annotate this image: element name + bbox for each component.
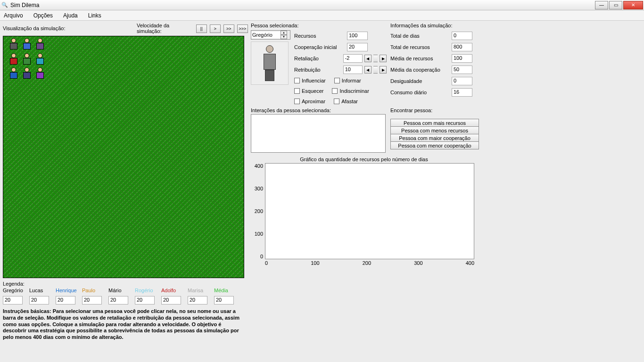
person-sprite[interactable] (21, 67, 33, 81)
person-sprite[interactable] (8, 38, 19, 51)
speed-3-button[interactable]: >>> (237, 25, 248, 33)
person-sprite[interactable] (34, 53, 46, 66)
legend-value: 20 (108, 296, 128, 304)
chk-esquecer[interactable]: Esquecer (294, 88, 323, 94)
chart-x-ticks: 0100200300400 (265, 260, 474, 266)
legend-name[interactable]: Adolfo (161, 288, 176, 293)
legend-value: 20 (161, 296, 181, 304)
retrib-dec-button[interactable]: ◀ (364, 66, 372, 74)
visualizacao-label: Visualização da simulação: (3, 25, 134, 31)
retal-value[interactable]: -2 (343, 54, 363, 63)
retal-dec-button[interactable]: ◀ (364, 55, 372, 62)
chart-title: Gráfico da quantidade de recursos pelo n… (251, 156, 477, 162)
simulation-viewport[interactable] (3, 36, 244, 278)
menu-links[interactable]: Links (86, 11, 103, 20)
retal-label: Retaliação (294, 56, 341, 61)
chart-plot-area (265, 163, 474, 259)
menu-opcoes[interactable]: Opções (32, 11, 55, 20)
person-selector[interactable]: ▲ ▼ (251, 30, 290, 40)
retrib-label: Retribuição (294, 67, 341, 73)
instructions-text: Instruções básicas: Para selecionar uma … (3, 308, 246, 341)
medrec-label: Média de recursos (390, 56, 450, 61)
app-icon: 🔍 (1, 1, 8, 9)
chk-informar[interactable]: Informar (334, 78, 361, 83)
retal-inc-button[interactable]: ▶ (380, 55, 387, 62)
legend-value: 20 (135, 296, 155, 304)
dias-value: 0 (452, 32, 472, 40)
menubar: Arquivo Opções Ajuda Links (0, 10, 644, 21)
coop-value: 20 (347, 43, 368, 51)
encontrar-label: Encontrar pessoa: (390, 107, 479, 113)
legend-name[interactable]: Paulo (82, 288, 95, 293)
close-button[interactable]: ✕ (623, 1, 643, 9)
person-name-input[interactable] (251, 32, 281, 38)
legenda-label: Legenda: (3, 281, 248, 287)
titlebar: 🔍 Sim Dilema — ▭ ✕ (0, 0, 644, 10)
desig-label: Desigualdade (390, 78, 450, 84)
legend-name[interactable]: Henrique (56, 288, 77, 293)
recursos-value: 100 (347, 32, 368, 40)
interactions-box (251, 114, 386, 153)
find-maior-coop-button[interactable]: Pessoa com maior cooperação (390, 134, 479, 142)
window-title: Sim Dilema (10, 2, 595, 8)
speed-1-button[interactable]: > (210, 25, 221, 33)
maximize-button[interactable]: ▭ (609, 1, 622, 9)
retrib-inc-button[interactable]: ▶ (380, 66, 387, 74)
medrec-value: 100 (452, 54, 472, 63)
legend-value: 20 (82, 296, 102, 304)
chk-aproximar[interactable]: Aproximar (294, 99, 325, 104)
rec-value: 800 (452, 43, 472, 51)
speed-2-button[interactable]: >> (223, 25, 234, 33)
rec-label: Total de recursos (390, 44, 450, 50)
speed-pause-button[interactable]: || (196, 25, 207, 33)
chk-afastar[interactable]: Afastar (334, 99, 358, 104)
legend-name[interactable]: Gregório (3, 288, 23, 293)
legend-name[interactable]: Marisa (188, 288, 203, 293)
minimize-button[interactable]: — (595, 1, 608, 9)
person-up-button[interactable]: ▲ (281, 31, 287, 35)
person-down-button[interactable]: ▼ (281, 35, 287, 39)
find-menor-coop-button[interactable]: Pessoa com menor cooperação (390, 141, 479, 149)
desig-value: 0 (452, 77, 472, 85)
recursos-label: Recursos (294, 33, 345, 39)
legend-value: 20 (214, 296, 234, 304)
pessoa-label: Pessoa selecionada: (251, 23, 386, 28)
legend-name[interactable]: Mário (108, 288, 122, 293)
legend-value: 20 (3, 296, 23, 304)
legend-value: 20 (56, 296, 75, 304)
person-sprite[interactable] (21, 53, 33, 66)
legend-name[interactable]: Lucas (29, 288, 43, 293)
velocidade-label: Velocidade da simulação: (137, 23, 193, 34)
info-label: Informações da simulação: (390, 23, 452, 28)
person-sprite[interactable] (8, 53, 19, 66)
legend-value: 20 (188, 296, 207, 304)
menu-ajuda[interactable]: Ajuda (61, 11, 80, 20)
chk-influenciar[interactable]: Influenciar (294, 78, 326, 83)
person-sprite[interactable] (34, 38, 46, 51)
medcoop-label: Média da cooperação (390, 67, 450, 73)
cons-value: 16 (452, 88, 472, 97)
person-sprite[interactable] (34, 67, 46, 81)
person-sprite[interactable] (21, 38, 33, 51)
interacoes-label: Interações da pessoa selecionada: (251, 107, 386, 113)
legend-name[interactable]: Média (214, 288, 228, 293)
person-portrait (251, 41, 289, 85)
medcoop-value: 50 (452, 66, 472, 74)
person-sprite[interactable] (8, 67, 19, 81)
cons-label: Consumo diário (390, 90, 450, 95)
menu-arquivo[interactable]: Arquivo (2, 11, 25, 20)
dias-label: Total de dias (390, 33, 450, 39)
find-mais-recursos-button[interactable]: Pessoa com mais recursos (390, 119, 479, 127)
legend-name[interactable]: Rogério (135, 288, 153, 293)
chart-y-ticks: 4003002001000 (251, 163, 265, 259)
coop-label: Cooperação inicial (294, 44, 345, 50)
chk-indiscriminar[interactable]: Indiscriminar (332, 88, 369, 94)
retrib-value[interactable]: 10 (343, 66, 363, 74)
find-menos-recursos-button[interactable]: Pessoa com menos recursos (390, 126, 479, 134)
legend-value: 20 (29, 296, 49, 304)
